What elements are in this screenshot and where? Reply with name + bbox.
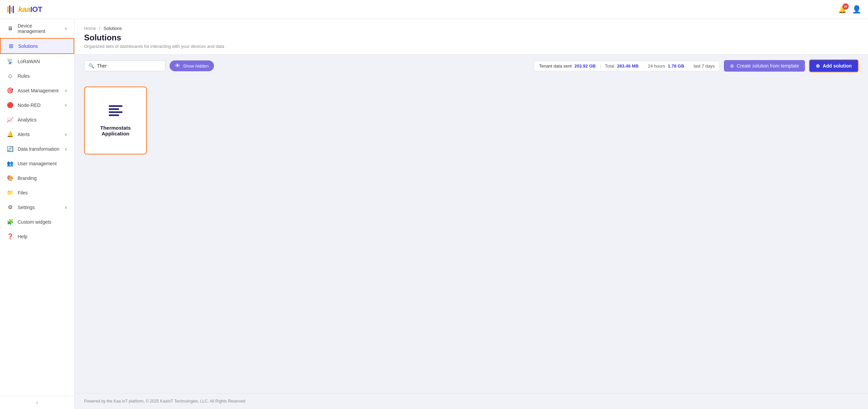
show-hidden-button[interactable]: 👁 Show hidden: [170, 60, 214, 71]
data-24h-value: 283.48 MB: [617, 63, 639, 69]
sidebar-label-solutions: Solutions: [18, 43, 38, 49]
sidebar-chevron-data-transformation: ∨: [64, 147, 67, 151]
sidebar-item-files[interactable]: 📁Files: [0, 185, 74, 200]
page-title: Solutions: [84, 33, 859, 42]
sidebar: 🖥Device management∨⊞Solutions📡LoRaWAN◇Ru…: [0, 19, 75, 409]
breadcrumb-home[interactable]: Home: [84, 26, 96, 31]
sidebar-icon-help: ❓: [7, 233, 14, 240]
sidebar-item-data-transformation[interactable]: 🔄Data transformation∨: [0, 142, 74, 156]
card-title: Thermostats Application: [92, 125, 139, 136]
sidebar-icon-node-red: 🔴: [7, 102, 14, 108]
sidebar-item-alerts[interactable]: 🔔Alerts∨: [0, 127, 74, 142]
create-template-label: Create solution from template: [737, 63, 799, 69]
sidebar-icon-analytics: 📈: [7, 116, 14, 123]
add-icon: ⊕: [816, 63, 820, 69]
sidebar-icon-data-transformation: 🔄: [7, 146, 14, 152]
solutions-content: Thermostats Application: [75, 77, 868, 393]
sidebar-label-user-management: User management: [18, 161, 57, 166]
svg-rect-7: [109, 114, 119, 116]
search-box: 🔍: [84, 60, 165, 71]
svg-rect-3: [13, 6, 14, 13]
breadcrumb: Home / Solutions: [84, 26, 859, 31]
sidebar-label-files: Files: [18, 190, 28, 196]
notification-badge: 26: [843, 3, 849, 10]
sidebar-collapse-button[interactable]: ‹: [0, 396, 74, 409]
sidebar-label-node-red: Node-RED: [18, 103, 41, 108]
toolbar: 🔍 👁 Show hidden Tenant data sent 203.92 …: [75, 55, 868, 77]
sidebar-icon-settings: ⚙: [7, 204, 14, 210]
sidebar-chevron-settings: ∨: [64, 205, 67, 210]
sidebar-item-asset-management[interactable]: 🎯Asset Management∨: [0, 83, 74, 98]
sidebar-icon-asset-management: 🎯: [7, 87, 14, 94]
notification-button[interactable]: 🔔 26: [838, 5, 847, 14]
toolbar-right: Tenant data sent 203.92 GB | Total 283.4…: [534, 59, 859, 72]
sidebar-icon-files: 📁: [7, 189, 14, 196]
breadcrumb-separator: /: [99, 26, 100, 31]
show-hidden-label: Show hidden: [183, 63, 209, 69]
sidebar-label-data-transformation: Data transformation: [18, 146, 59, 152]
sidebar-label-device-management: Device management: [18, 23, 60, 34]
sidebar-item-branding[interactable]: 🎨Branding: [0, 171, 74, 185]
sidebar-icon-solutions: ⊞: [7, 43, 14, 49]
sidebar-item-device-management[interactable]: 🖥Device management∨: [0, 19, 74, 38]
topbar-actions: 🔔 26 👤: [838, 5, 861, 14]
sidebar-item-node-red[interactable]: 🔴Node-RED∨: [0, 98, 74, 112]
sidebar-item-custom-widgets[interactable]: 🧩Custom widgets: [0, 215, 74, 229]
sidebar-label-alerts: Alerts: [18, 132, 30, 137]
data-7d-value: 1.78 GB: [668, 63, 684, 69]
sidebar-label-lorawan: LoRaWAN: [18, 59, 40, 64]
sidebar-item-help[interactable]: ❓Help: [0, 229, 74, 244]
data-total-value: 203.92 GB: [574, 63, 596, 69]
sidebar-label-help: Help: [18, 234, 27, 239]
data-total-label: Total: [605, 63, 614, 69]
sidebar-label-rules: Rules: [18, 73, 30, 79]
layout: 🖥Device management∨⊞Solutions📡LoRaWAN◇Ru…: [0, 19, 868, 409]
topbar: kaaIOT 🔔 26 👤: [0, 0, 868, 19]
page-subtitle: Organized sets of dashboards for interac…: [84, 44, 859, 49]
template-icon: ⊕: [730, 63, 734, 69]
sidebar-icon-rules: ◇: [7, 73, 14, 79]
svg-rect-4: [109, 105, 122, 107]
svg-rect-5: [109, 108, 119, 110]
sidebar-item-user-management[interactable]: 👥User management: [0, 156, 74, 171]
search-icon: 🔍: [88, 63, 94, 69]
sidebar-chevron-node-red: ∨: [64, 103, 67, 108]
sidebar-item-solutions[interactable]: ⊞Solutions: [0, 38, 74, 54]
sidebar-icon-device-management: 🖥: [7, 25, 14, 32]
sidebar-icon-lorawan: 📡: [7, 58, 14, 64]
card-icon: [109, 105, 122, 119]
add-solution-label: Add solution: [823, 63, 852, 69]
footer-text: Powered by the Kaa IoT platform, © 2025 …: [84, 399, 245, 404]
svg-rect-1: [9, 5, 11, 14]
sidebar-icon-branding: 🎨: [7, 175, 14, 181]
sidebar-chevron-alerts: ∨: [64, 132, 67, 137]
data-24h-label: 24 hours: [648, 63, 665, 69]
main-content: Home / Solutions Solutions Organized set…: [75, 19, 868, 409]
sidebar-label-analytics: Analytics: [18, 117, 37, 123]
user-menu-button[interactable]: 👤: [852, 5, 861, 14]
create-template-button[interactable]: ⊕ Create solution from template: [724, 60, 805, 72]
sidebar-item-settings[interactable]: ⚙Settings∨: [0, 200, 74, 215]
sidebar-item-rules[interactable]: ◇Rules: [0, 69, 74, 83]
sidebar-chevron-device-management: ∨: [64, 26, 67, 31]
sidebar-label-asset-management: Asset Management: [18, 88, 59, 93]
sidebar-item-analytics[interactable]: 📈Analytics: [0, 112, 74, 127]
sidebar-icon-alerts: 🔔: [7, 131, 14, 137]
breadcrumb-current: Solutions: [104, 26, 122, 31]
sidebar-label-settings: Settings: [18, 205, 35, 210]
search-input[interactable]: [97, 63, 161, 69]
logo: kaaIOT: [7, 5, 42, 14]
sidebar-item-lorawan[interactable]: 📡LoRaWAN: [0, 54, 74, 69]
solution-card-thermostats[interactable]: Thermostats Application: [84, 87, 147, 154]
toolbar-left: 🔍 👁 Show hidden: [84, 60, 214, 71]
svg-rect-0: [7, 6, 9, 13]
svg-rect-6: [109, 111, 122, 113]
sidebar-chevron-asset-management: ∨: [64, 88, 67, 93]
sidebar-label-branding: Branding: [18, 175, 37, 181]
sidebar-icon-user-management: 👥: [7, 160, 14, 167]
data-label: Tenant data sent: [539, 63, 572, 69]
svg-rect-2: [11, 7, 12, 12]
sidebar-icon-custom-widgets: 🧩: [7, 219, 14, 225]
show-hidden-icon: 👁: [175, 63, 180, 69]
add-solution-button[interactable]: ⊕ Add solution: [809, 59, 859, 72]
